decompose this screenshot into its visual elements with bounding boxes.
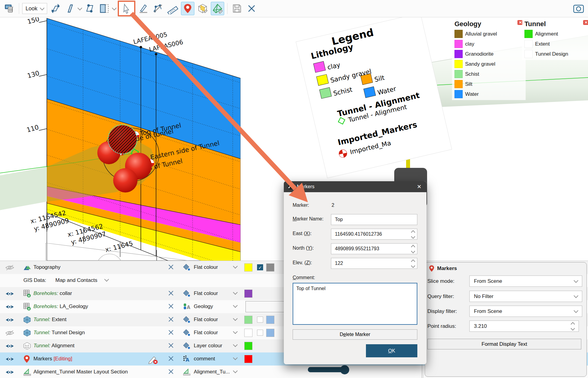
marker-name-input[interactable]: Top <box>331 214 417 225</box>
display-mode-dropdown[interactable]: Flat colour <box>194 330 218 336</box>
close-icon[interactable]: ✕ <box>416 183 423 190</box>
spinner-icon[interactable] <box>412 260 415 267</box>
draw-surface-icon[interactable] <box>196 2 209 15</box>
svg-text:150: 150 <box>26 17 40 26</box>
display-filter-label: Display filter: <box>427 308 457 314</box>
visibility-on-icon[interactable] <box>5 317 15 324</box>
add-marker-icon[interactable] <box>181 2 194 15</box>
chevron-down-icon[interactable] <box>112 5 117 10</box>
slider-track[interactable] <box>308 367 344 372</box>
spinner-icon[interactable] <box>571 323 574 330</box>
screenshot-icon[interactable] <box>572 2 585 15</box>
legend-tunnel-title: Tunnel <box>524 20 546 28</box>
draw-slicer-line-icon[interactable] <box>83 2 96 15</box>
query-filter-dropdown[interactable]: No Filter <box>469 291 582 302</box>
visibility-on-icon[interactable] <box>5 356 15 364</box>
chevron-down-icon <box>233 369 238 373</box>
legend-item: Water <box>454 90 523 98</box>
clear-scene-icon[interactable] <box>3 2 16 15</box>
north-input[interactable]: 4890899.955211793 <box>331 243 417 254</box>
slice-mode-dropdown[interactable]: From Scene <box>469 276 582 287</box>
display-mode-dropdown[interactable]: Flat colour <box>194 264 218 270</box>
legend-item: Alignment <box>524 30 588 38</box>
colour-swatch[interactable] <box>244 290 252 298</box>
visibility-off-icon[interactable] <box>5 330 15 338</box>
shape-label: Alignment_Tunnel Master Layout Section <box>33 369 128 375</box>
look-dropdown[interactable]: Look <box>22 3 47 14</box>
slice-mode-label: Slice mode: <box>427 278 454 284</box>
drape-checkbox[interactable]: ✓ <box>257 264 263 270</box>
color-swatch <box>454 70 463 78</box>
colour-swatch[interactable] <box>244 342 252 350</box>
chevron-down-icon <box>574 293 579 298</box>
chevron-down-icon <box>233 342 238 347</box>
spinner-icon[interactable] <box>412 245 415 253</box>
display-mode-dropdown[interactable]: comment <box>194 356 215 362</box>
point-radius-input[interactable]: 3.210 <box>469 321 579 332</box>
cancel-icon[interactable] <box>245 2 258 15</box>
edit-mesh-icon[interactable] <box>211 2 224 15</box>
remove-from-scene-icon[interactable] <box>168 342 174 350</box>
legend-item: Extent <box>524 40 588 48</box>
chevron-down-icon <box>233 355 238 360</box>
visibility-on-icon[interactable] <box>5 343 15 351</box>
elev-input[interactable]: 122 <box>331 258 417 269</box>
chevron-down-icon <box>233 303 238 308</box>
visibility-on-icon[interactable] <box>5 369 15 377</box>
select-tool-icon[interactable] <box>118 1 135 16</box>
tunnel-tube-left <box>0 167 47 210</box>
slider-knob[interactable] <box>340 365 349 374</box>
remove-from-scene-icon[interactable] <box>168 290 174 297</box>
display-mode-dropdown[interactable]: Flat colour <box>194 290 218 297</box>
visibility-on-icon[interactable] <box>5 290 15 298</box>
remove-from-scene-icon[interactable] <box>168 329 174 337</box>
display-mode-dropdown[interactable]: Alignment_Tu... <box>194 369 230 375</box>
save-scene-icon[interactable] <box>231 2 243 15</box>
colour-swatch[interactable] <box>244 316 252 324</box>
dialog-titlebar[interactable]: Markers ✕ <box>284 181 426 192</box>
format-display-text-button[interactable]: Format Display Text <box>427 339 581 349</box>
gis-data-dropdown[interactable]: Map and Contacts <box>55 277 97 283</box>
east-input[interactable]: 1164590.4176012736 <box>331 229 417 240</box>
legend-item: Granodiorite <box>454 50 523 58</box>
legend-item: Sandy gravel <box>454 60 523 68</box>
comment-textarea[interactable]: Top of Tunnel <box>293 283 417 325</box>
display-mode-dropdown[interactable]: Layer colour <box>194 343 222 349</box>
ruler-icon[interactable] <box>166 2 179 15</box>
close-icon[interactable]: ✕ <box>583 20 588 25</box>
drape-checkbox[interactable] <box>257 330 263 336</box>
drape-checkbox[interactable] <box>257 317 263 323</box>
slicer-icon[interactable] <box>64 2 76 15</box>
remove-from-scene-icon[interactable] <box>168 316 174 324</box>
draw-slicer-rectangle-icon[interactable] <box>98 2 111 15</box>
flat-colour-icon <box>183 263 191 272</box>
colour-swatch[interactable] <box>244 355 252 363</box>
secondary-swatch[interactable] <box>266 329 274 337</box>
color-swatch <box>454 40 463 48</box>
svg-text:110: 110 <box>26 123 40 134</box>
display-mode-dropdown[interactable]: Geology <box>194 303 213 310</box>
remove-from-scene-icon[interactable] <box>168 303 174 310</box>
secondary-swatch[interactable] <box>266 263 274 272</box>
secondary-swatch[interactable] <box>266 316 274 324</box>
legend-geology-title: Geology <box>454 20 481 28</box>
east-label: East (X): <box>293 231 311 236</box>
edit-polyline-icon[interactable] <box>152 2 165 15</box>
colour-swatch[interactable] <box>244 329 252 337</box>
display-mode-dropdown[interactable]: Flat colour <box>194 317 218 323</box>
spinner-icon[interactable] <box>412 231 415 238</box>
stop-editing-icon[interactable] <box>148 355 158 365</box>
colour-swatch[interactable] <box>244 263 252 272</box>
visibility-on-icon[interactable] <box>5 303 15 311</box>
ok-button[interactable]: OK <box>366 344 417 357</box>
display-filter-dropdown[interactable]: From Scene <box>469 306 582 317</box>
remove-from-scene-icon[interactable] <box>168 264 174 271</box>
delete-marker-button[interactable]: Delete Marker <box>293 329 417 340</box>
remove-from-scene-icon[interactable] <box>168 355 174 363</box>
move-resize-slicer-icon[interactable] <box>49 2 62 15</box>
remove-from-scene-icon[interactable] <box>168 369 174 376</box>
draw-line-icon[interactable] <box>137 2 150 15</box>
visibility-off-icon[interactable] <box>5 264 15 272</box>
color-swatch <box>454 50 463 58</box>
chevron-down-icon[interactable] <box>78 5 82 10</box>
